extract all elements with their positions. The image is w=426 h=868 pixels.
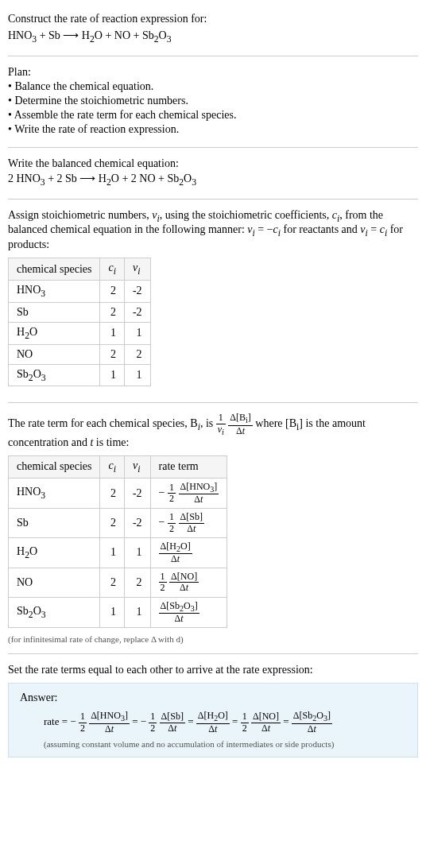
cell-ci: 1 <box>100 537 124 568</box>
unbalanced-equation: HNO3 + Sb ⟶ H2O + NO + Sb2O3 <box>8 29 418 45</box>
rate-term: 12 Δ[NO]Δt <box>241 715 284 727</box>
cell-rate: − 12 Δ[HNO3]Δt <box>150 478 227 509</box>
rate-term: − 12 Δ[HNO3]Δt <box>70 715 132 727</box>
rateterm-body: HNO3 2 -2 − 12 Δ[HNO3]Δt Sb 2 -2 − 12 Δ[… <box>9 478 227 627</box>
divider <box>8 402 418 403</box>
coef-frac: 12 <box>168 512 176 533</box>
divider <box>8 147 418 148</box>
cell-ci: 2 <box>100 568 124 597</box>
frac-1-over-vi: 1νi <box>216 413 226 436</box>
rate-term: Δ[Sb2O3]Δt <box>292 715 332 727</box>
cell-ci: 1 <box>100 364 124 386</box>
cell-vi: 1 <box>124 364 150 386</box>
rate-term: Δ[H2O]Δt <box>196 715 232 727</box>
cell-ci: 2 <box>100 302 124 322</box>
table-row: Sb 2 -2 <box>9 302 151 322</box>
answer-box: Answer: rate = − 12 Δ[HNO3]Δt = − 12 Δ[S… <box>8 683 418 758</box>
coef-frac: 12 <box>149 711 157 733</box>
col-species: chemical species <box>9 258 100 281</box>
coef-frac: 12 <box>159 572 167 593</box>
cell-rate: 12 Δ[NO]Δt <box>150 568 227 597</box>
cell-vi: 1 <box>124 597 150 628</box>
plan-item: Assemble the rate term for each chemical… <box>8 109 418 122</box>
col-species: chemical species <box>9 455 100 478</box>
plan-title: Plan: <box>8 66 418 79</box>
divider <box>8 653 418 654</box>
table-row: NO 2 2 12 Δ[NO]Δt <box>9 568 227 597</box>
rateterm-section: The rate term for each chemical species,… <box>8 406 418 650</box>
plan-section: Plan: Balance the chemical equation. Det… <box>8 60 418 144</box>
plan-item: Determine the stoichiometric numbers. <box>8 95 418 107</box>
cell-species: H2O <box>9 537 100 568</box>
cell-species: Sb <box>9 302 100 322</box>
table-row: Sb2O3 1 1 <box>9 364 151 386</box>
divider <box>8 199 418 200</box>
rateterm-intro: The rate term for each chemical species,… <box>8 413 418 449</box>
page-title: Construct the rate of reaction expressio… <box>8 13 418 25</box>
cell-vi: 1 <box>124 537 150 568</box>
stoich-section: Assign stoichiometric numbers, νi, using… <box>8 203 418 400</box>
cell-ci: 2 <box>100 478 124 509</box>
col-ci: ci <box>100 258 124 281</box>
cell-rate: − 12 Δ[Sb]Δt <box>150 509 227 537</box>
answer-label: Answer: <box>20 692 406 704</box>
delta-frac: Δ[NO]Δt <box>251 711 281 733</box>
delta-frac: Δ[Sb]Δt <box>160 711 185 733</box>
cell-species: H2O <box>9 322 100 344</box>
table-row: NO 2 2 <box>9 344 151 364</box>
answer-terms: − 12 Δ[HNO3]Δt = − 12 Δ[Sb]Δt = Δ[H2O]Δt… <box>70 715 332 727</box>
cell-vi: 2 <box>124 344 150 364</box>
table-row: Sb 2 -2 − 12 Δ[Sb]Δt <box>9 509 227 537</box>
rateterm-note: (for infinitesimal rate of change, repla… <box>8 634 418 644</box>
cell-rate: Δ[Sb2O3]Δt <box>150 597 227 628</box>
cell-ci: 2 <box>100 280 124 302</box>
cell-species: Sb2O3 <box>9 364 100 386</box>
table-row: H2O 1 1 Δ[H2O]Δt <box>9 537 227 568</box>
cell-vi: 2 <box>124 568 150 597</box>
cell-species: HNO3 <box>9 280 100 302</box>
stoich-body: HNO3 2 -2 Sb 2 -2 H2O 1 1 NO 2 2 Sb2O3 1… <box>9 280 151 386</box>
cell-vi: -2 <box>124 509 150 537</box>
table-header-row: chemical species ci νi rate term <box>9 455 227 478</box>
frac-dBi-dt: Δ[Bi]Δt <box>228 413 253 436</box>
cell-vi: -2 <box>124 280 150 302</box>
cell-vi: -2 <box>124 302 150 322</box>
cell-species: NO <box>9 568 100 597</box>
delta-frac: Δ[HNO3]Δt <box>89 711 130 734</box>
table-header-row: chemical species ci νi <box>9 258 151 281</box>
delta-frac: Δ[H2O]Δt <box>159 541 192 565</box>
col-vi: νi <box>124 258 150 281</box>
delta-frac: Δ[H2O]Δt <box>196 711 230 734</box>
col-vi: νi <box>124 455 150 478</box>
stoich-intro: Assign stoichiometric numbers, νi, using… <box>8 209 418 252</box>
cell-vi: 1 <box>124 322 150 344</box>
delta-frac: Δ[Sb2O3]Δt <box>292 711 332 734</box>
answer-rate-expression: rate = − 12 Δ[HNO3]Δt = − 12 Δ[Sb]Δt = Δ… <box>20 711 406 734</box>
divider <box>8 56 418 56</box>
delta-frac: Δ[Sb]Δt <box>179 512 204 533</box>
cell-ci: 1 <box>100 597 124 628</box>
cell-species: Sb <box>9 509 100 537</box>
coef-frac: 12 <box>241 711 249 733</box>
cell-species: NO <box>9 344 100 364</box>
rate-term: − 12 Δ[Sb]Δt <box>141 715 188 727</box>
table-row: H2O 1 1 <box>9 322 151 344</box>
table-row: HNO3 2 -2 − 12 Δ[HNO3]Δt <box>9 478 227 509</box>
plan-item: Write the rate of reaction expression. <box>8 123 418 136</box>
col-ci: ci <box>100 455 124 478</box>
balanced-equation: 2 HNO3 + 2 Sb ⟶ H2O + 2 NO + Sb2O3 <box>8 172 418 188</box>
cell-species: HNO3 <box>9 478 100 509</box>
final-title: Set the rate terms equal to each other t… <box>8 664 418 676</box>
stoich-table: chemical species ci νi HNO3 2 -2 Sb 2 -2… <box>8 258 151 386</box>
cell-vi: -2 <box>124 478 150 509</box>
balanced-section: Write the balanced chemical equation: 2 … <box>8 151 418 196</box>
delta-frac: Δ[Sb2O3]Δt <box>159 601 199 625</box>
plan-list: Balance the chemical equation. Determine… <box>8 80 418 136</box>
delta-frac: Δ[HNO3]Δt <box>179 482 219 506</box>
balanced-title: Write the balanced chemical equation: <box>8 157 418 170</box>
cell-rate: Δ[H2O]Δt <box>150 537 227 568</box>
table-row: HNO3 2 -2 <box>9 280 151 302</box>
final-section: Set the rate terms equal to each other t… <box>8 657 418 764</box>
cell-ci: 2 <box>100 509 124 537</box>
coef-frac: 12 <box>79 711 87 733</box>
